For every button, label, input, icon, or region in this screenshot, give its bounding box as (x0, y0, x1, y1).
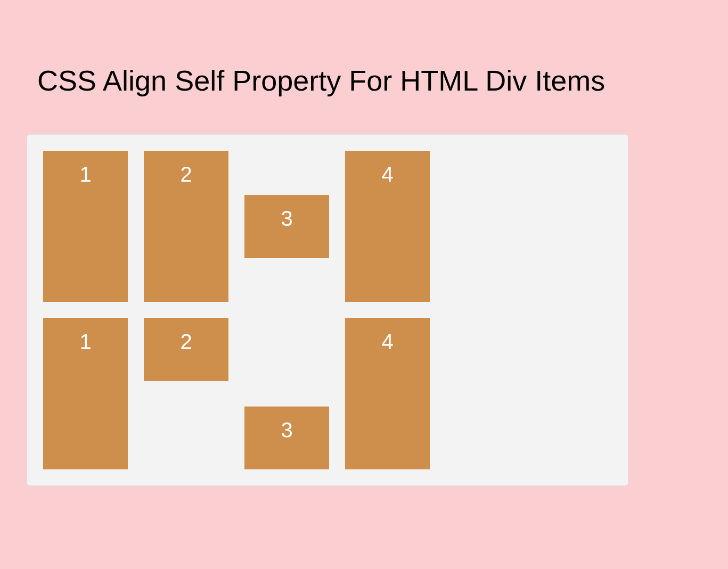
box-3: 3 (244, 195, 329, 258)
box-3: 3 (244, 407, 329, 469)
page-title: CSS Align Self Property For HTML Div Ite… (37, 64, 696, 97)
flex-row-1: 1 2 3 4 (43, 151, 612, 302)
box-1: 1 (43, 151, 128, 302)
demo-container: 1 2 3 4 1 2 3 4 (27, 134, 628, 486)
box-4: 4 (345, 318, 430, 469)
box-1: 1 (43, 318, 128, 469)
flex-row-2: 1 2 3 4 (43, 318, 612, 469)
box-2: 2 (144, 151, 228, 302)
box-2: 2 (144, 318, 228, 381)
box-4: 4 (345, 151, 430, 302)
